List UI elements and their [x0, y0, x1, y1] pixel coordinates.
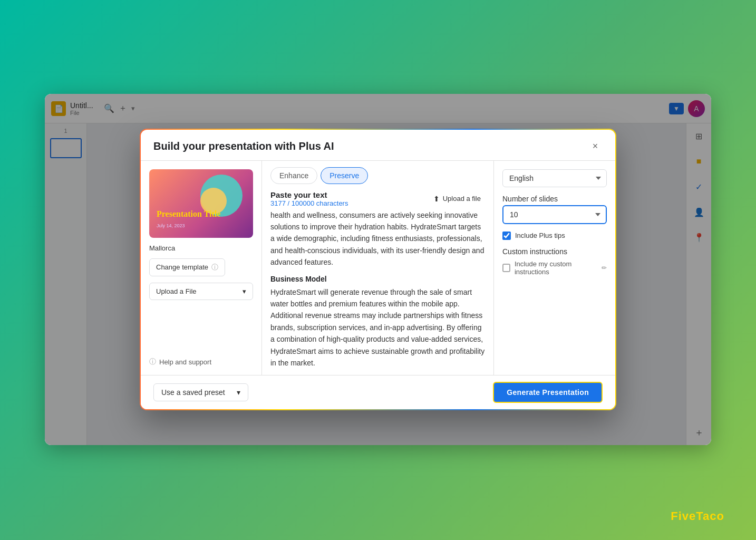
slides-select[interactable]: 10 5 15 20 — [502, 205, 607, 224]
preset-dropdown[interactable]: Use a saved preset ▾ — [153, 383, 248, 401]
template-date-text: July 14, 2023 — [157, 223, 185, 228]
template-name: Mallorca — [149, 244, 175, 252]
modal-header: Build your presentation with Plus AI × — [141, 130, 615, 161]
help-support-link[interactable]: ⓘ Help and support — [149, 353, 253, 367]
tab-enhance[interactable]: Enhance — [270, 167, 317, 184]
modal-wrapper: Build your presentation with Plus AI × P… — [140, 129, 616, 411]
custom-instructions-text: Include my custom instructions ✏ — [515, 260, 607, 276]
custom-inst-edit-icon[interactable]: ✏ — [602, 264, 607, 272]
text-area-container[interactable]: health and wellness, consumers are activ… — [262, 209, 493, 375]
paste-text-label: Paste your text — [270, 190, 348, 199]
modal-body: Presentation Title July 14, 2023 Mallorc… — [141, 161, 615, 375]
language-select[interactable]: English Spanish French — [502, 169, 607, 187]
upload-file-label: Upload a File — [156, 287, 197, 295]
help-icon-template: ⓘ — [211, 263, 218, 272]
text-content-intro: health and wellness, consumers are activ… — [270, 209, 485, 268]
preset-chevron-icon: ▾ — [237, 388, 240, 397]
left-panel: Presentation Title July 14, 2023 Mallorc… — [141, 161, 262, 375]
custom-instructions-checkbox[interactable] — [502, 264, 510, 272]
modal-close-button[interactable]: × — [588, 139, 603, 154]
char-count: 3177 / 100000 characters — [270, 199, 348, 207]
tab-row: Enhance Preserve — [262, 161, 493, 184]
help-icon: ⓘ — [149, 357, 156, 367]
tab-preserve[interactable]: Preserve — [321, 167, 368, 184]
help-support-label: Help and support — [159, 358, 211, 366]
watermark-prefix: Five — [671, 509, 696, 523]
custom-instructions-section: Custom instructions Include my custom in… — [502, 247, 607, 276]
template-preview-inner: Presentation Title July 14, 2023 — [149, 169, 253, 238]
upload-icon: ⬆ — [433, 195, 440, 203]
center-panel: Enhance Preserve Paste your text 3177 / … — [262, 161, 494, 375]
upload-file-dropdown[interactable]: Upload a File ▾ — [149, 283, 253, 300]
change-template-label: Change template — [156, 263, 208, 271]
app-window: 📄 Untitl... File 🔍 ＋ ▾ ▼ A 1 — [45, 94, 711, 445]
modal-overlay: Build your presentation with Plus AI × P… — [45, 94, 711, 445]
watermark-suffix: Taco — [696, 509, 724, 523]
template-title-text: Presentation Title — [157, 209, 220, 219]
modal-title: Build your presentation with Plus AI — [153, 140, 334, 152]
slides-field: Number of slides 10 5 15 20 — [502, 195, 607, 224]
paste-text-header: Paste your text 3177 / 100000 characters… — [262, 184, 493, 209]
business-model-text: HydrateSmart will generate revenue throu… — [270, 286, 485, 369]
modal: Build your presentation with Plus AI × P… — [141, 130, 615, 410]
generate-button[interactable]: Generate Presentation — [493, 382, 603, 403]
preset-label: Use a saved preset — [161, 388, 225, 397]
upload-file-text: Upload a file — [443, 195, 481, 202]
custom-instructions-check-row: Include my custom instructions ✏ — [502, 260, 607, 276]
custom-instructions-label: Custom instructions — [502, 247, 607, 256]
watermark: FiveTaco — [671, 509, 724, 523]
include-plus-tips-checkbox[interactable] — [502, 232, 511, 240]
paste-text-left: Paste your text 3177 / 100000 characters — [270, 190, 348, 207]
template-preview: Presentation Title July 14, 2023 — [149, 169, 253, 238]
upload-file-chevron-icon: ▾ — [243, 287, 246, 295]
include-plus-tips-row: Include Plus tips — [502, 232, 607, 240]
upload-file-button[interactable]: ⬆ Upload a file — [429, 192, 485, 205]
slides-label: Number of slides — [502, 195, 607, 203]
change-template-button[interactable]: Change template ⓘ — [149, 258, 225, 276]
template-name-row: Mallorca — [149, 244, 253, 252]
business-model-title: Business Model — [270, 275, 485, 283]
include-plus-tips-label: Include Plus tips — [515, 232, 565, 239]
right-panel: English Spanish French Number of slides … — [494, 161, 615, 375]
custom-inst-label: Include my custom instructions — [515, 260, 599, 276]
modal-footer: Use a saved preset ▾ Generate Presentati… — [141, 375, 615, 409]
